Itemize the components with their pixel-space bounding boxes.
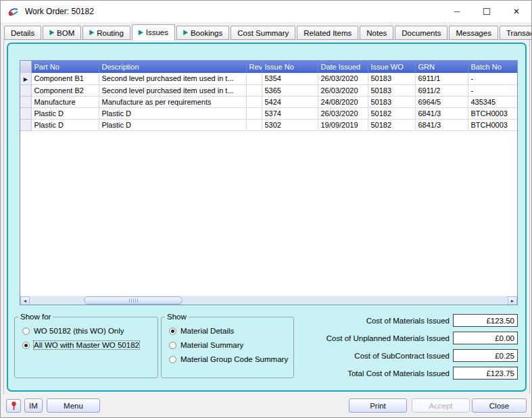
- column-header-date-issued[interactable]: Date Issued: [318, 61, 368, 73]
- tab-messages[interactable]: Messages: [449, 26, 498, 40]
- current-row-indicator-icon: ▶: [24, 76, 28, 82]
- radio-material-details[interactable]: Material Details: [169, 327, 293, 335]
- tab-issues[interactable]: ▶Issues: [132, 24, 175, 41]
- cost-label: Cost of Unplanned Materials Issued: [327, 334, 450, 342]
- window-controls: ─ ☐ ✕: [442, 1, 531, 22]
- table-row[interactable]: Manufacture Manufacture as per requireme…: [20, 96, 517, 107]
- play-icon: ▶: [139, 29, 143, 36]
- show-for-legend: Show for: [18, 313, 53, 321]
- im-button[interactable]: IM: [24, 398, 43, 413]
- radio-material-summary[interactable]: Material Summary: [169, 341, 293, 349]
- app-icon: [7, 6, 19, 18]
- issues-grid: Part No Description Rev Issue No Date Is…: [20, 60, 518, 305]
- scroll-left-button[interactable]: ◄: [20, 296, 30, 305]
- selector-column-header: [20, 61, 31, 73]
- scroll-right-icon: ►: [510, 298, 515, 303]
- close-button[interactable]: Close: [472, 398, 527, 413]
- row-selector-cell: [20, 107, 31, 119]
- row-selector-cell: [20, 96, 31, 107]
- cost-row-unplanned: Cost of Unplanned Materials Issued £0.00: [299, 332, 518, 344]
- radio-icon: [169, 356, 176, 363]
- play-icon: ▶: [89, 29, 94, 36]
- show-for-group: Show for WO 50182 (this WO) Only All WO …: [14, 313, 158, 378]
- menu-button[interactable]: Menu: [47, 398, 100, 413]
- close-icon: ✕: [513, 7, 520, 16]
- radio-icon: [169, 328, 176, 335]
- work-order-window: Work Order: 50182 ─ ☐ ✕ Details ▶BOM ▶Ro…: [0, 0, 532, 418]
- close-window-button[interactable]: ✕: [502, 1, 531, 22]
- column-header-issue-wo[interactable]: Issue WO: [368, 61, 415, 73]
- tab-notes[interactable]: Notes: [360, 26, 393, 40]
- column-header-description[interactable]: Description: [99, 61, 246, 73]
- play-icon: ▶: [183, 29, 188, 36]
- column-header-grn[interactable]: GRN: [415, 61, 468, 73]
- table-header-row: Part No Description Rev Issue No Date Is…: [20, 61, 517, 73]
- scroll-right-button[interactable]: ►: [508, 296, 517, 305]
- window-title: Work Order: 50182: [25, 7, 94, 16]
- tab-cost-summary[interactable]: Cost Summary: [231, 26, 295, 40]
- radio-icon: [22, 342, 30, 349]
- table-row[interactable]: Plastic D Plastic D 5302 19/09/2019 5018…: [20, 119, 517, 130]
- tab-transactions[interactable]: Transactions: [500, 26, 532, 40]
- maximize-icon: ☐: [483, 6, 491, 17]
- tab-documents[interactable]: Documents: [395, 26, 448, 40]
- pin-button[interactable]: [6, 399, 21, 413]
- minimize-icon: ─: [454, 7, 460, 16]
- costs-section: Cost of Materials Issued £123.50 Cost of…: [299, 314, 518, 384]
- cost-label: Total Cost of Materials Issued: [347, 369, 450, 377]
- column-header-issue-no[interactable]: Issue No: [262, 61, 318, 73]
- cost-unplanned-field[interactable]: £0.00: [453, 332, 518, 344]
- show-legend: Show: [165, 313, 189, 321]
- show-group: Show Material Details Material Summary M…: [161, 313, 294, 378]
- scrollbar-grip-icon: [129, 298, 138, 303]
- tab-bom[interactable]: ▶BOM: [43, 26, 81, 40]
- column-header-batch-no[interactable]: Batch No: [468, 61, 517, 73]
- table-row[interactable]: Component B2 Second level purchased item…: [20, 84, 517, 96]
- tab-page: Part No Description Rev Issue No Date Is…: [3, 39, 530, 395]
- column-header-part-no[interactable]: Part No: [31, 61, 99, 73]
- footer-bar: IM Menu Print Accept Close: [1, 394, 531, 417]
- cost-label: Cost of SubContract Issued: [354, 352, 450, 360]
- cost-row-subcontract: Cost of SubContract Issued £0.25: [299, 349, 518, 362]
- scrollbar-track[interactable]: [30, 296, 508, 305]
- print-button[interactable]: Print: [349, 398, 407, 413]
- row-selector-cell: ▶: [20, 73, 31, 84]
- cost-label: Cost of Materials Issued: [366, 317, 450, 325]
- horizontal-scrollbar[interactable]: ◄ ►: [20, 296, 517, 305]
- radio-material-group-code-summary[interactable]: Material Group Code Summary: [169, 355, 293, 363]
- tab-details[interactable]: Details: [4, 26, 41, 40]
- radio-all-wo-master[interactable]: All WO with Master WO 50182: [22, 341, 158, 349]
- tab-related-items[interactable]: Related Items: [297, 26, 358, 40]
- table-row[interactable]: ▶ Component B1 Second level purchased it…: [20, 73, 517, 84]
- cost-row-total: Total Cost of Materials Issued £123.75: [299, 367, 518, 380]
- issues-panel: Part No Description Rev Issue No Date Is…: [7, 43, 527, 392]
- row-selector-cell: [20, 84, 31, 96]
- pin-icon: [10, 401, 18, 411]
- scrollbar-thumb[interactable]: [84, 296, 183, 305]
- scroll-left-icon: ◄: [23, 298, 28, 303]
- radio-icon: [22, 328, 30, 335]
- column-header-rev[interactable]: Rev: [246, 61, 262, 73]
- accept-button[interactable]: Accept: [412, 398, 470, 413]
- cost-total-field[interactable]: £123.75: [453, 367, 518, 380]
- row-selector-cell: [20, 119, 31, 130]
- cost-row-materials: Cost of Materials Issued £123.50: [299, 314, 518, 327]
- radio-wo-this-only[interactable]: WO 50182 (this WO) Only: [22, 327, 158, 335]
- issues-table: Part No Description Rev Issue No Date Is…: [20, 61, 518, 131]
- cost-subcontract-field[interactable]: £0.25: [453, 349, 518, 362]
- cost-materials-field[interactable]: £123.50: [453, 314, 518, 327]
- radio-icon: [169, 342, 176, 349]
- play-icon: ▶: [49, 29, 54, 36]
- table-row[interactable]: Plastic D Plastic D 5374 26/03/2020 5018…: [20, 107, 517, 119]
- minimize-button[interactable]: ─: [442, 1, 472, 22]
- tab-routing[interactable]: ▶Routing: [82, 26, 130, 40]
- tab-bookings[interactable]: ▶Bookings: [176, 26, 229, 40]
- maximize-button[interactable]: ☐: [472, 1, 502, 22]
- tab-bar: Details ▶BOM ▶Routing ▶Issues ▶Bookings …: [4, 25, 529, 40]
- title-bar: Work Order: 50182 ─ ☐ ✕: [1, 1, 531, 22]
